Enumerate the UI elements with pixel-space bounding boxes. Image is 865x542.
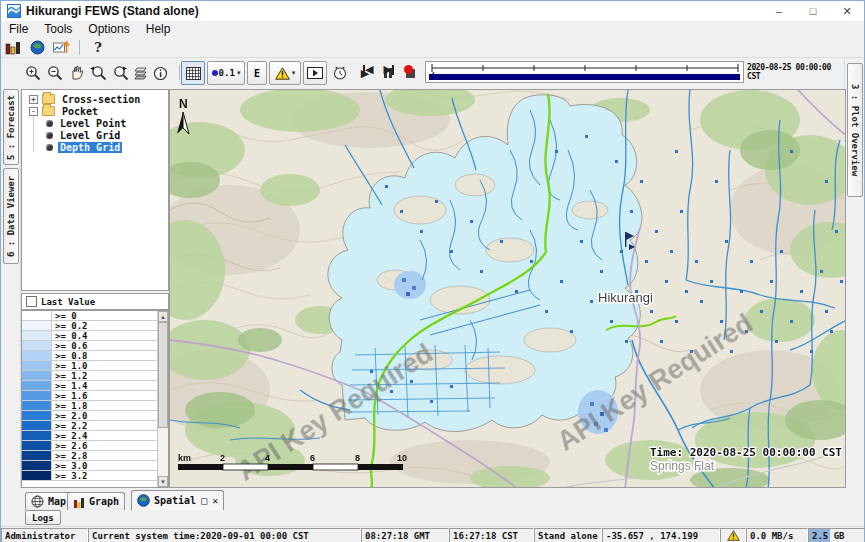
legend-row[interactable]: >= 2.4 — [22, 431, 157, 441]
tab-forecast-label: 5 : Forecast — [6, 94, 16, 159]
level-point-marker — [400, 210, 403, 213]
legend-row[interactable]: >= 0.4 — [22, 331, 157, 341]
tab-map[interactable]: Map — [25, 492, 72, 510]
level-point-marker — [655, 230, 658, 233]
logs-button[interactable]: Logs — [25, 510, 61, 525]
info-button[interactable] — [151, 61, 169, 85]
tree-item-label[interactable]: Pocket — [60, 106, 100, 117]
legend-row[interactable]: >= 2.0 — [22, 411, 157, 421]
playback-step-group: ▶ ▶ — [363, 64, 413, 75]
legend-swatch — [22, 331, 52, 340]
legend-row[interactable]: >= 1.2 — [22, 371, 157, 381]
tree-item-pocket[interactable]: - Pocket — [22, 105, 168, 117]
tree-item-label[interactable]: Level Grid — [58, 130, 122, 141]
legend-row[interactable]: >= 3.2 — [22, 471, 157, 481]
maximize-button[interactable]: □ — [796, 1, 830, 21]
tab-restore-icon[interactable]: □ — [201, 495, 207, 506]
close-button[interactable]: ✕ — [830, 1, 864, 21]
legend-swatch — [22, 401, 52, 410]
tab-plot-overview[interactable]: 3 : Plot Overview — [847, 63, 863, 197]
tree-item-label-selected[interactable]: Depth Grid — [58, 142, 122, 153]
legend-label: >= 1.4 — [52, 381, 157, 390]
spatial-display-button[interactable] — [25, 38, 49, 57]
menu-help[interactable]: Help — [138, 22, 179, 36]
animation-settings-button[interactable] — [330, 61, 350, 85]
scroll-down-icon[interactable]: ▼ — [158, 476, 168, 487]
menubar: File Tools Options Help — [1, 21, 864, 37]
timeline-date: 2020-08-25 00:00:00 CST — [747, 61, 847, 83]
legend-row[interactable]: >= 0.8 — [22, 351, 157, 361]
animation-button[interactable] — [303, 61, 327, 85]
legend-row[interactable]: >= 0.2 — [22, 321, 157, 331]
legend-list[interactable]: >= 0>= 0.2>= 0.4>= 0.6>= 0.8>= 1.0>= 1.2… — [21, 310, 169, 488]
status-warning-cell[interactable] — [720, 528, 746, 542]
zoom-in-button[interactable] — [23, 61, 43, 85]
legend-row[interactable]: >= 2.8 — [22, 451, 157, 461]
level-point-marker — [740, 290, 743, 293]
class-interval-dropdown[interactable]: 0.1 ▾ — [207, 61, 245, 85]
legend-row[interactable]: >= 1.0 — [22, 361, 157, 371]
info-icon — [153, 66, 168, 81]
step-forward-button[interactable]: ▶ — [383, 64, 393, 75]
legend-label: >= 0 — [52, 311, 157, 320]
pan-button[interactable] — [67, 61, 87, 85]
scale-tick: 10 — [397, 453, 407, 463]
expander-icon[interactable]: + — [29, 95, 38, 104]
help-button[interactable]: ? — [86, 38, 110, 57]
layers-button[interactable] — [131, 61, 151, 85]
legend-row[interactable]: >= 1.4 — [22, 381, 157, 391]
titlebar[interactable]: Hikurangi FEWS (Stand alone) – □ ✕ — [1, 1, 864, 21]
timeline-slider[interactable] — [425, 61, 744, 83]
minimize-button[interactable]: – — [762, 1, 796, 21]
level-point-marker — [630, 210, 633, 213]
level-point-marker — [545, 310, 548, 313]
thresholds-dropdown[interactable]: ▾ — [269, 61, 301, 85]
tree-item-label[interactable]: Cross-section — [60, 94, 142, 105]
show-labels-button[interactable]: E — [247, 61, 267, 85]
level-point-marker — [685, 290, 688, 293]
tab-close-icon[interactable]: ✕ — [212, 495, 218, 506]
timeseries-dialog-button[interactable] — [49, 38, 73, 57]
legend-row[interactable]: >= 1.8 — [22, 401, 157, 411]
menu-tools[interactable]: Tools — [36, 22, 80, 36]
legend-row[interactable]: >= 1.6 — [22, 391, 157, 401]
zoom-out-button[interactable] — [45, 61, 65, 85]
legend-row[interactable]: >= 2.2 — [22, 421, 157, 431]
step-back-button[interactable]: ▶ — [363, 64, 373, 75]
tab-data-viewer[interactable]: 6 : Data Viewer — [3, 168, 19, 264]
level-point-marker — [665, 280, 668, 283]
map-viewport[interactable]: API Key Required API Key Required Hikura… — [169, 89, 846, 488]
tree-item-label[interactable]: Level Point — [58, 118, 128, 129]
zoom-previous-button[interactable] — [87, 61, 109, 85]
legend-scrollbar[interactable]: ▲ ▼ — [157, 311, 168, 487]
tab-graph[interactable]: Graph — [67, 492, 125, 510]
tab-forecast[interactable]: 5 : Forecast — [3, 89, 19, 165]
tree-item-level-point[interactable]: Level Point — [22, 117, 168, 129]
level-point-marker — [625, 340, 628, 343]
level-point-marker — [450, 385, 453, 388]
menu-options[interactable]: Options — [80, 22, 137, 36]
level-point-marker — [620, 250, 623, 253]
tree-item-depth-grid[interactable]: Depth Grid — [22, 141, 168, 153]
tab-spatial[interactable]: Spatial □ ✕ — [131, 490, 224, 510]
legend-row[interactable]: >= 3.0 — [22, 461, 157, 471]
scroll-thumb[interactable] — [158, 322, 168, 428]
expander-icon[interactable]: - — [29, 107, 38, 116]
database-viewer-button[interactable] — [1, 38, 25, 57]
legend-row[interactable]: >= 0 — [22, 311, 157, 321]
scroll-up-icon[interactable]: ▲ — [158, 311, 168, 322]
zoom-next-button[interactable] — [109, 61, 131, 85]
status-user: Administrator — [1, 528, 88, 542]
show-grid-button[interactable] — [181, 61, 205, 85]
level-point-marker — [385, 185, 388, 188]
timeline-graphic — [426, 62, 743, 82]
legend-row[interactable]: >= 0.6 — [22, 341, 157, 351]
last-value-checkbox[interactable] — [26, 296, 37, 307]
menu-file[interactable]: File — [1, 22, 36, 36]
legend-row[interactable]: >= 2.6 — [22, 441, 157, 451]
tree-item-level-grid[interactable]: Level Grid — [22, 129, 168, 141]
filter-tree[interactable]: + Cross-section - Pocket Level Point Lev… — [21, 89, 169, 291]
zoom-out-icon — [47, 65, 64, 82]
bullet-icon — [46, 132, 53, 139]
record-button[interactable] — [404, 65, 413, 74]
